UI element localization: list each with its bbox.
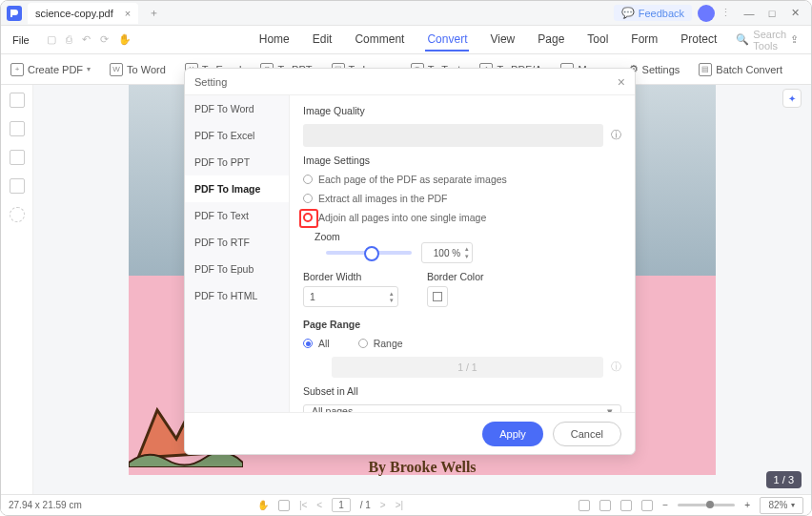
border-width-stepper[interactable]: 1▴▾ [303,286,398,307]
tab-title: science-copy.pdf [35,8,113,19]
zoom-percent-select[interactable]: 82%▾ [760,497,803,514]
dialog-footer: Apply Cancel [185,412,635,454]
zoom-out-icon[interactable]: − [662,500,668,510]
apply-button[interactable]: Apply [482,422,543,446]
maximize-button[interactable]: □ [761,4,782,23]
next-page-icon[interactable]: > [380,500,386,510]
menubar: File ▢ ⎙ ↶ ⟳ ✋ HomeEditCommentConvertVie… [1,26,811,54]
share-icon[interactable]: ⇪ [790,33,799,46]
range-input[interactable]: 1 / 1 [332,357,603,378]
document-tab[interactable]: science-copy.pdf × [28,3,138,24]
page-number-input[interactable]: 1 [332,498,351,512]
word-icon: W [110,63,123,76]
dialog-title: Setting [194,76,227,88]
menu-home[interactable]: Home [257,29,292,52]
close-tab-icon[interactable]: × [125,8,131,19]
zoom-in-icon[interactable]: + [744,500,750,510]
menu-convert[interactable]: Convert [425,29,469,52]
border-width-label: Border Width [303,271,398,282]
page-dimensions: 27.94 x 21.59 cm [9,500,82,510]
menu-edit[interactable]: Edit [311,29,335,52]
feedback-button[interactable]: 💬 Feedback [614,5,692,21]
menu-page[interactable]: Page [536,29,566,52]
menu-view[interactable]: View [488,29,517,52]
fit-page-icon[interactable] [599,500,611,511]
settings-button[interactable]: ⚙Settings [629,63,680,75]
dialog-header: Setting × [185,69,635,95]
select-tool-icon[interactable] [278,500,290,511]
prev-page-icon[interactable]: < [316,500,322,510]
sidebar-item-pdf-to-text[interactable]: PDF To Text [185,202,289,229]
undo-icon[interactable]: ↶ [82,33,91,46]
zoom-stepper[interactable]: 100 %▴▾ [421,242,473,263]
create-pdf-icon: + [10,63,24,76]
sidebar-item-pdf-to-rtf[interactable]: PDF To RTF [185,229,289,256]
layers-icon[interactable] [10,178,25,194]
menu-form[interactable]: Form [629,29,660,52]
menu-protect[interactable]: Protect [679,29,719,52]
cancel-button[interactable]: Cancel [553,422,621,446]
radio-extract-images[interactable]: Extract all images in the PDF [303,193,621,204]
user-avatar[interactable] [698,5,715,22]
sidebar-item-pdf-to-html[interactable]: PDF To HTML [185,282,289,309]
sidebar-item-pdf-to-ppt[interactable]: PDF To PPT [185,149,289,175]
menu-comment[interactable]: Comment [353,29,406,52]
dialog-close-icon[interactable]: × [618,74,625,90]
first-page-icon[interactable]: |< [299,500,307,510]
page-range-label: Page Range [303,319,621,330]
two-page-icon[interactable] [641,500,653,511]
status-bar: 27.94 x 21.59 cm ✋ |< < 1 / 1 > >| − + 8… [1,494,811,515]
page-indicator: 1 / 3 [766,471,802,488]
search-icon: 🔍 [736,33,749,46]
redo-icon[interactable]: ⟳ [100,33,109,46]
minimize-button[interactable]: — [739,4,760,23]
radio-range-range[interactable]: Range [358,338,403,349]
image-quality-label: Image Quality [303,105,621,116]
menu-tool[interactable]: Tool [585,29,610,52]
sidebar-item-pdf-to-excel[interactable]: PDF To Excel [185,122,289,149]
radio-each-page[interactable]: Each page of the PDF as separate images [303,174,621,185]
signatures-icon[interactable] [10,207,25,222]
attachments-icon[interactable] [10,150,25,165]
range-info-icon[interactable]: ⓘ [611,361,621,374]
subset-select[interactable]: All pages [303,404,621,412]
zoom-slider-status[interactable] [678,504,735,506]
single-page-icon[interactable] [620,500,632,511]
last-page-icon[interactable]: >| [396,500,403,510]
radio-adjoin-pages[interactable]: Adjoin all pages into one single image [303,212,621,223]
settings-dialog: Setting × PDF To WordPDF To ExcelPDF To … [184,68,636,455]
sidebar-item-pdf-to-word[interactable]: PDF To Word [185,95,289,122]
main-menus: HomeEditCommentConvertViewPageToolFormPr… [257,29,720,52]
search-tools[interactable]: 🔍 Search Tools [736,29,786,52]
create-pdf-button[interactable]: +Create PDF▾ [10,63,91,76]
close-window-button[interactable]: ✕ [784,4,805,23]
image-quality-select[interactable] [303,124,603,147]
info-icon[interactable]: ⓘ [611,129,621,142]
zoom-label: Zoom [315,231,621,242]
feedback-icon: 💬 [621,7,635,19]
quick-toolbar: ▢ ⎙ ↶ ⟳ ✋ [39,33,139,46]
left-rail [1,85,33,494]
sidebar-item-pdf-to-image[interactable]: PDF To Image [185,175,289,202]
new-tab-button[interactable]: ＋ [144,6,163,20]
batch-icon: ▤ [699,63,712,76]
save-icon[interactable]: ▢ [47,33,56,46]
hand-icon[interactable]: ✋ [118,33,132,46]
zoom-slider[interactable] [326,251,412,255]
print-icon[interactable]: ⎙ [66,33,72,46]
border-color-picker[interactable] [427,286,448,307]
batch-convert-button[interactable]: ▤Batch Convert [699,63,782,76]
hand-tool-icon[interactable]: ✋ [257,500,269,510]
kebab-menu-icon[interactable]: ⋮ [721,7,731,19]
radio-range-all[interactable]: All [303,338,330,349]
file-menu[interactable]: File [7,34,35,46]
border-color-label: Border Color [427,271,484,282]
bookmarks-icon[interactable] [10,121,25,136]
app-logo [7,6,22,21]
thumbnails-icon[interactable] [10,93,25,108]
to-word-button[interactable]: WTo Word [110,63,166,76]
sidebar-item-pdf-to-epub[interactable]: PDF To Epub [185,256,289,282]
ai-assistant-icon[interactable]: ✦ [782,89,802,108]
fit-width-icon[interactable] [579,500,590,511]
doc-byline: By Brooke Wells [33,459,811,476]
